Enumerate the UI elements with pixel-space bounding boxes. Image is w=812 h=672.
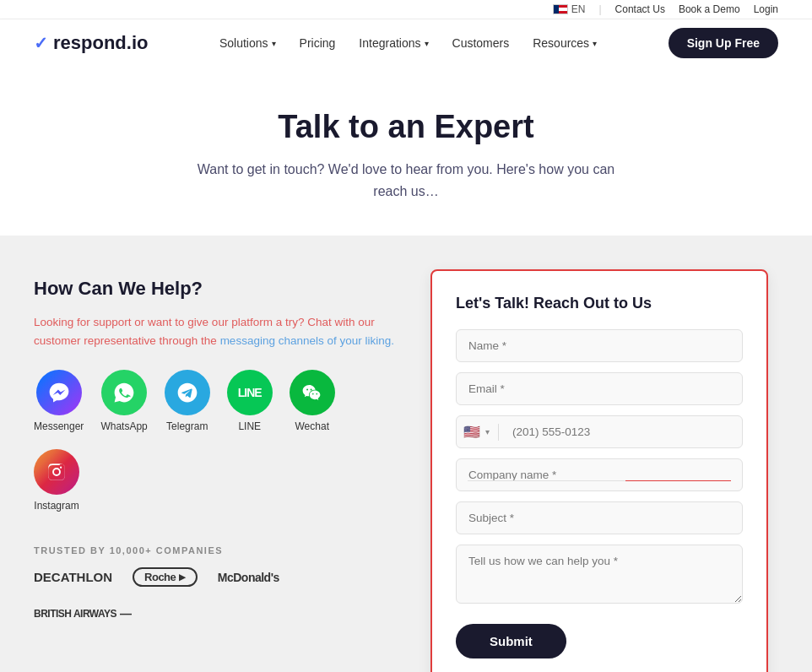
trusted-section: TRUSTED BY 10,000+ COMPANIES DECATHLON R… [34, 545, 397, 621]
trusted-label: TRUSTED BY 10,000+ COMPANIES [34, 545, 397, 555]
telegram-label: Telegram [166, 420, 208, 432]
message-field-group [456, 545, 743, 607]
channel-whatsapp[interactable]: WhatsApp [100, 370, 147, 432]
whatsapp-label: WhatsApp [100, 420, 147, 432]
hero-title: Talk to an Expert [34, 109, 778, 145]
wechat-label: Wechat [295, 420, 329, 432]
help-heading: How Can We Help? [34, 278, 397, 300]
form-title: Let's Talk! Reach Out to Us [456, 295, 743, 312]
hero-section: Talk to an Expert Want to get in touch? … [0, 67, 812, 236]
contact-form-card: Let's Talk! Reach Out to Us 🇺🇸 ▾ [430, 269, 768, 672]
name-input[interactable] [456, 329, 743, 362]
hero-subtitle: Want to get in touch? We'd love to hear … [187, 159, 625, 202]
flag-icon: 🇺🇸 [463, 424, 480, 440]
instagram-label: Instagram [34, 500, 78, 512]
nav-customers[interactable]: Customers [452, 36, 510, 50]
chevron-down-icon: ▾ [272, 39, 276, 48]
language-selector[interactable]: EN [553, 3, 586, 15]
top-bar: EN | Contact Us Book a Demo Login [0, 0, 812, 19]
company-input[interactable] [456, 458, 743, 491]
messenger-label: Messenger [34, 420, 84, 432]
phone-divider [498, 424, 499, 441]
email-field-group [456, 372, 743, 405]
language-label: EN [571, 3, 586, 15]
mcdonalds-logo: McDonald's [218, 571, 279, 584]
nav-links: Solutions ▾ Pricing Integrations ▾ Custo… [219, 36, 597, 50]
subject-input[interactable] [456, 501, 743, 534]
contact-us-link[interactable]: Contact Us [615, 3, 665, 15]
chevron-down-icon: ▾ [425, 39, 429, 48]
nav-pricing[interactable]: Pricing [300, 36, 336, 50]
messenger-icon [36, 370, 82, 415]
nav-solutions[interactable]: Solutions ▾ [219, 36, 276, 50]
company-field-group [456, 458, 743, 491]
messaging-channels-link[interactable]: messaging channels of your liking. [220, 334, 394, 347]
chevron-down-icon: ▾ [593, 39, 597, 48]
login-link[interactable]: Login [754, 3, 778, 15]
line-icon: LINE [227, 370, 273, 415]
phone-row: 🇺🇸 ▾ [456, 415, 743, 448]
phone-dropdown-icon[interactable]: ▾ [485, 427, 490, 436]
channel-instagram[interactable]: Instagram [34, 449, 79, 512]
channel-wechat[interactable]: Wechat [290, 370, 335, 432]
message-textarea[interactable] [456, 545, 743, 604]
instagram-icon [34, 449, 79, 495]
book-demo-link[interactable]: Book a Demo [679, 3, 740, 15]
telegram-icon [165, 370, 210, 415]
whatsapp-icon [101, 370, 147, 415]
phone-input[interactable] [507, 416, 735, 447]
british-airways-logo: BRITISH AIRWAYS — [34, 607, 132, 621]
line-label: LINE [238, 420, 261, 432]
right-column: Let's Talk! Reach Out to Us 🇺🇸 ▾ [430, 269, 768, 672]
email-input[interactable] [456, 372, 743, 405]
company-underline [468, 480, 731, 481]
left-column: How Can We Help? Looking for support or … [34, 269, 397, 621]
submit-button[interactable]: Submit [456, 624, 566, 658]
channel-messenger[interactable]: Messenger [34, 370, 84, 432]
phone-field-group: 🇺🇸 ▾ [456, 415, 743, 448]
channel-line[interactable]: LINE LINE [227, 370, 273, 432]
logo-check-icon: ✓ [34, 33, 48, 53]
channel-telegram[interactable]: Telegram [165, 370, 210, 432]
roche-logo: Roche▶ [133, 567, 198, 587]
support-text: Looking for support or want to give our … [34, 313, 397, 350]
nav-integrations[interactable]: Integrations ▾ [359, 36, 428, 50]
main-content: How Can We Help? Looking for support or … [0, 236, 812, 672]
logo[interactable]: ✓ respond.io [34, 32, 148, 54]
decathlon-logo: DECATHLON [34, 570, 112, 584]
wechat-icon [290, 370, 335, 415]
nav-resources[interactable]: Resources ▾ [533, 36, 597, 50]
name-field-group [456, 329, 743, 362]
channels-list: Messenger WhatsApp Telegram [34, 370, 397, 512]
divider: | [598, 3, 601, 15]
logo-text: respond.io [53, 32, 148, 54]
company-logos: DECATHLON Roche▶ McDonald's BRITISH AIRW… [34, 567, 397, 621]
navbar: ✓ respond.io Solutions ▾ Pricing Integra… [0, 19, 812, 67]
signup-button[interactable]: Sign Up Free [669, 28, 778, 58]
roche-arrow-icon: ▶ [179, 572, 186, 582]
subject-field-group [456, 501, 743, 534]
